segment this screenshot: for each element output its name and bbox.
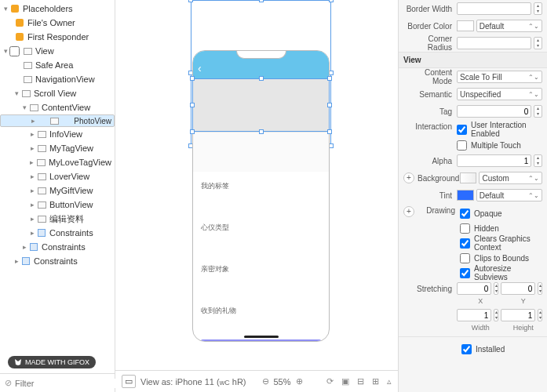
color-swatch[interactable]: [457, 190, 474, 201]
prop-alpha: Alpha ▴▾: [399, 152, 547, 169]
resolve-icon[interactable]: ▵: [387, 376, 392, 387]
canvas[interactable]: ‹ 我的标签 心仪类型 亲密对象 收到的礼物 编辑资料: [115, 0, 398, 370]
tree-view[interactable]: ▾View: [0, 44, 115, 58]
disclosure-triangle-icon[interactable]: ▸: [28, 144, 36, 152]
disclosure-triangle-icon[interactable]: ▸: [28, 172, 36, 180]
tree-scroll-view[interactable]: ▾Scroll View: [0, 86, 115, 100]
disclosure-triangle-icon[interactable]: ▸: [28, 130, 36, 138]
stepper[interactable]: ▴▾: [534, 2, 542, 15]
zoom-in-icon[interactable]: ⊕: [296, 376, 303, 387]
corner-radius-input[interactable]: [457, 37, 531, 49]
document-outline[interactable]: ▾Placeholders File's Owner First Respond…: [0, 0, 115, 351]
stretch-y-input[interactable]: [501, 282, 535, 295]
cube-icon: [9, 3, 20, 14]
cube-icon: [14, 17, 25, 28]
tree-constraints-1[interactable]: ▸Constraints: [0, 226, 115, 240]
chevron-updown-icon: ⌃⌄: [528, 192, 539, 199]
add-property-button[interactable]: +: [403, 172, 414, 183]
user-interaction-checkbox[interactable]: User Interaction Enabled: [457, 122, 542, 136]
disclosure-triangle-icon[interactable]: ▸: [13, 257, 20, 265]
tree-navigation-view[interactable]: NavigationView: [0, 72, 115, 86]
filter-input[interactable]: [15, 379, 123, 388]
stepper[interactable]: ▴▾: [538, 309, 542, 321]
opaque-checkbox[interactable]: Opaque: [460, 206, 502, 220]
tree-constraints-2[interactable]: ▸Constraints: [0, 240, 115, 254]
outline-toggle-icon[interactable]: ▭: [122, 375, 136, 388]
section-lover: 亲密对象: [193, 255, 329, 274]
outline-panel: ▾Placeholders File's Owner First Respond…: [0, 0, 115, 392]
color-swatch[interactable]: [457, 20, 474, 31]
disclosure-triangle-icon[interactable]: ▸: [28, 229, 36, 237]
align-icon[interactable]: ⊟: [357, 376, 364, 387]
tree-files-owner[interactable]: File's Owner: [0, 16, 115, 30]
color-swatch[interactable]: [460, 172, 476, 183]
stepper[interactable]: ▴▾: [538, 282, 542, 295]
section-mytag: 我的标签: [193, 172, 329, 191]
tag-input[interactable]: [457, 105, 531, 118]
tree-content-view[interactable]: ▾ContentView: [0, 100, 115, 114]
autoresize-checkbox[interactable]: Autoresize Subviews: [460, 266, 542, 280]
disclosure-triangle-icon[interactable]: ▸: [29, 117, 37, 125]
prop-semantic: Semantic Unspecified⌃⌄: [399, 85, 547, 103]
multiple-touch-checkbox[interactable]: Multiple Touch: [457, 138, 521, 152]
tree-mygift-view[interactable]: ▸MyGiftView: [0, 183, 115, 198]
disclosure-triangle-icon[interactable]: ▾: [2, 47, 9, 55]
disclosure-triangle-icon[interactable]: ▸: [28, 201, 36, 209]
alpha-input[interactable]: [457, 154, 531, 167]
device-frame[interactable]: ‹ 我的标签 心仪类型 亲密对象 收到的礼物 编辑资料: [192, 50, 330, 342]
disclosure-triangle-icon[interactable]: ▾: [13, 89, 20, 97]
update-frames-icon[interactable]: ⟳: [326, 376, 334, 387]
pin-icon[interactable]: ⊞: [372, 376, 379, 387]
add-property-button[interactable]: +: [403, 206, 414, 217]
background-select[interactable]: Custom⌃⌄: [479, 172, 542, 184]
tree-mytag-view[interactable]: ▸MyTagView: [0, 141, 115, 155]
disclosure-triangle-icon[interactable]: ▸: [20, 243, 28, 251]
disclosure-triangle-icon[interactable]: ▾: [20, 103, 28, 111]
section-view: View: [399, 52, 547, 68]
view-icon: [22, 74, 33, 85]
content-mode-select[interactable]: Scale To Fill⌃⌄: [457, 71, 542, 83]
canvas-panel: ‹ 我的标签 心仪类型 亲密对象 收到的礼物 编辑资料: [115, 0, 398, 392]
border-color-select[interactable]: Default⌃⌄: [476, 20, 542, 32]
semantic-select[interactable]: Unspecified⌃⌄: [457, 88, 542, 100]
tree-photo-view[interactable]: ▸PhotoView: [0, 114, 115, 127]
tree-info-view[interactable]: ▸InfoView: [0, 127, 115, 141]
tree-checkbox[interactable]: [9, 46, 20, 56]
stepper[interactable]: ▴▾: [534, 154, 542, 167]
fox-icon: [14, 358, 22, 366]
tree-mylovetag-view[interactable]: ▸MyLoveTagView: [0, 155, 115, 169]
tree-placeholders[interactable]: ▾Placeholders: [0, 2, 115, 16]
embed-icon[interactable]: ▣: [341, 376, 349, 387]
tree-constraints-3[interactable]: ▸Constraints: [0, 254, 115, 268]
stepper[interactable]: ▴▾: [534, 37, 542, 49]
zoom-out-icon[interactable]: ⊖: [262, 376, 269, 387]
disclosure-triangle-icon[interactable]: ▸: [28, 215, 36, 223]
stepper[interactable]: ▴▾: [494, 309, 498, 321]
border-width-input[interactable]: [457, 2, 531, 15]
disclosure-triangle-icon[interactable]: ▾: [2, 5, 9, 13]
clips-checkbox[interactable]: Clips to Bounds: [460, 251, 529, 265]
prop-tag: Tag ▴▾: [399, 103, 547, 120]
tree-edit-profile[interactable]: ▸编辑资料: [0, 212, 115, 226]
back-chevron-icon[interactable]: ‹: [198, 62, 202, 74]
clears-gc-checkbox[interactable]: Clears Graphics Context: [460, 236, 542, 250]
disclosure-triangle-icon[interactable]: ▸: [28, 158, 35, 166]
stepper[interactable]: ▴▾: [534, 105, 542, 118]
tree-lover-view[interactable]: ▸LoverView: [0, 169, 115, 183]
view-icon: [36, 199, 47, 210]
stretch-x-input[interactable]: [457, 282, 491, 295]
tint-select[interactable]: Default⌃⌄: [476, 189, 542, 201]
stretch-h-input[interactable]: [501, 309, 535, 321]
tree-button-view[interactable]: ▸ButtonView: [0, 198, 115, 212]
stepper[interactable]: ▴▾: [494, 282, 498, 295]
gifox-badge: MADE WITH GIFOX: [8, 356, 96, 368]
edit-profile-button[interactable]: 编辑资料: [201, 339, 321, 341]
tree-safe-area[interactable]: Safe Area: [0, 58, 115, 72]
installed-checkbox[interactable]: Installed: [461, 342, 542, 356]
tree-first-responder[interactable]: First Responder: [0, 30, 115, 44]
disclosure-triangle-icon[interactable]: ▸: [28, 187, 36, 194]
stretch-w-input[interactable]: [457, 309, 491, 321]
zoom-level[interactable]: 55%: [274, 377, 291, 387]
hidden-checkbox[interactable]: Hidden: [460, 221, 499, 235]
view-as-label[interactable]: View as: iPhone 11 (wC hR): [140, 377, 246, 387]
